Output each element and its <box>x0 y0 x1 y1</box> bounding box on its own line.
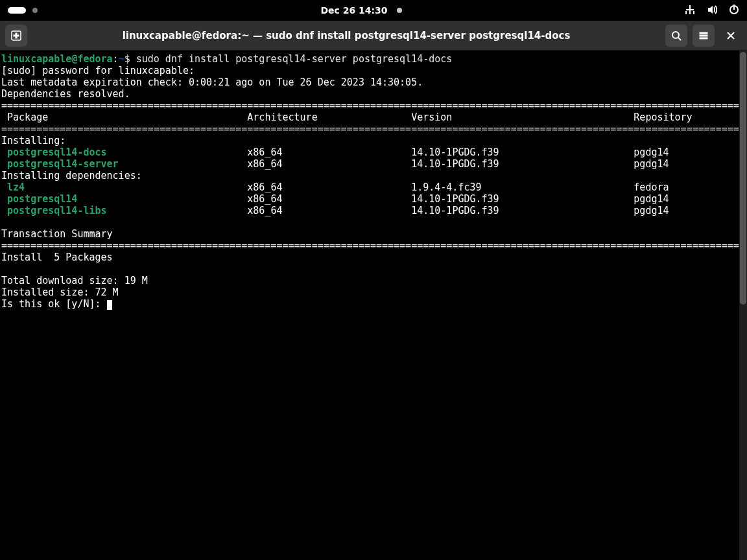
volume-icon <box>707 5 717 17</box>
svg-rect-7 <box>733 5 735 10</box>
svg-rect-13 <box>700 32 707 34</box>
close-button[interactable] <box>720 25 742 47</box>
new-tab-button[interactable] <box>5 25 27 47</box>
search-button[interactable] <box>665 25 687 47</box>
svg-rect-2 <box>693 11 694 14</box>
scrollbar-track[interactable] <box>739 51 747 560</box>
svg-point-11 <box>672 32 679 38</box>
notification-dot-icon <box>397 8 402 13</box>
panel-status-area[interactable] <box>685 5 739 17</box>
activities-pill-icon <box>8 7 26 14</box>
svg-line-12 <box>678 38 681 40</box>
terminal-area: linuxcapable@fedora:~$ sudo dnf install … <box>0 51 747 560</box>
panel-activities[interactable] <box>8 7 38 14</box>
svg-rect-1 <box>685 11 687 14</box>
svg-rect-14 <box>700 35 707 36</box>
svg-rect-5 <box>689 9 691 12</box>
svg-rect-10 <box>14 35 19 36</box>
svg-rect-0 <box>689 5 691 9</box>
panel-clock[interactable]: Dec 26 14:30 <box>320 5 401 16</box>
scrollbar-thumb[interactable] <box>740 52 746 305</box>
terminal-headerbar: linuxcapable@fedora:~ — sudo dnf install… <box>0 21 747 51</box>
network-icon <box>685 5 695 17</box>
svg-rect-15 <box>700 38 707 39</box>
window-title: linuxcapable@fedora:~ — sudo dnf install… <box>32 30 660 41</box>
menu-button[interactable] <box>693 25 715 47</box>
terminal-output[interactable]: linuxcapable@fedora:~$ sudo dnf install … <box>0 51 747 560</box>
gnome-top-panel: Dec 26 14:30 <box>0 0 747 21</box>
workspace-dot-icon <box>32 8 38 13</box>
power-icon <box>729 5 739 17</box>
clock-label: Dec 26 14:30 <box>320 5 387 16</box>
